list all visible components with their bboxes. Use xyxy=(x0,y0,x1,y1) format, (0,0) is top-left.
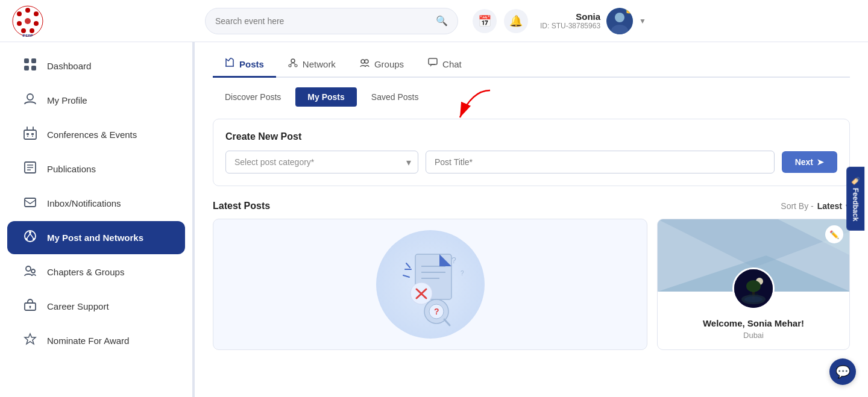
chat-tab-icon xyxy=(428,58,438,70)
feedback-tab[interactable]: 🏷️ Feedback xyxy=(846,166,864,230)
svg-text:?: ? xyxy=(461,270,464,277)
post-title-input[interactable] xyxy=(426,151,775,173)
nominate-icon xyxy=(22,333,39,349)
my-post-icon xyxy=(22,230,39,246)
sidebar-label-conferences: Conferences & Events xyxy=(47,130,137,140)
svg-point-6 xyxy=(21,28,26,33)
network-tab-icon xyxy=(288,58,298,70)
category-select[interactable]: Select post category* xyxy=(225,151,418,173)
svg-point-36 xyxy=(31,269,35,273)
svg-point-18 xyxy=(27,94,33,100)
sort-by[interactable]: Sort By - Latest ▾ xyxy=(781,201,850,211)
svg-text:IFERP: IFERP xyxy=(22,34,33,37)
tab-network-label: Network xyxy=(303,59,336,69)
svg-line-34 xyxy=(30,234,33,238)
tab-posts[interactable]: Posts xyxy=(213,52,276,78)
sidebar-label-my-profile: My Profile xyxy=(47,95,87,105)
notification-button[interactable]: 🔔 xyxy=(504,9,528,33)
svg-rect-48 xyxy=(429,58,437,64)
sidebar-item-publications[interactable]: Publications xyxy=(7,152,185,186)
svg-rect-16 xyxy=(24,66,29,70)
latest-posts-title: Latest Posts xyxy=(213,201,270,211)
sub-tab-my-posts[interactable]: My Posts xyxy=(295,87,356,107)
sidebar-item-my-post[interactable]: My Post and Networks xyxy=(7,221,185,254)
svg-text:?: ? xyxy=(434,307,439,316)
sub-tab-saved[interactable]: Saved Posts xyxy=(359,87,431,107)
svg-point-22 xyxy=(27,136,28,137)
chat-widget-icon: 💬 xyxy=(835,364,851,379)
career-icon xyxy=(22,298,39,314)
chat-widget[interactable]: 💬 xyxy=(829,358,856,385)
post-card-left: ? ? ? xyxy=(213,219,647,350)
profile-avatar-overlay xyxy=(732,267,775,310)
dashboard-icon xyxy=(22,58,39,74)
search-bar[interactable]: 🔍 xyxy=(205,8,458,34)
tab-chat[interactable]: Chat xyxy=(416,52,474,78)
sidebar-label-publications: Publications xyxy=(47,164,96,174)
svg-rect-14 xyxy=(24,58,29,63)
sidebar-item-my-profile[interactable]: My Profile xyxy=(7,84,185,117)
main-layout: Dashboard My Profile xyxy=(0,42,868,397)
svg-point-35 xyxy=(26,266,31,271)
svg-line-33 xyxy=(27,234,30,238)
sidebar-item-career[interactable]: Career Support xyxy=(7,290,185,323)
tab-groups-label: Groups xyxy=(374,59,404,69)
svg-point-31 xyxy=(25,238,28,240)
feedback-label: Feedback xyxy=(851,187,860,220)
sort-label: Sort By - xyxy=(781,201,813,211)
search-icon: 🔍 xyxy=(436,15,448,27)
content: Posts Network xyxy=(195,42,868,397)
sidebar: Dashboard My Profile xyxy=(0,42,193,397)
user-info[interactable]: Sonia ID: STU-38785963 👑 ▼ xyxy=(540,8,646,34)
create-post-fields: Select post category* ▾ Next ➤ xyxy=(225,151,837,173)
posts-tab-icon xyxy=(225,58,234,70)
main-tabs: Posts Network xyxy=(213,42,850,78)
svg-point-3 xyxy=(34,11,39,16)
sub-tab-discover-label: Discover Posts xyxy=(225,92,281,102)
sidebar-item-conferences[interactable]: Conferences & Events xyxy=(7,118,185,151)
tab-network[interactable]: Network xyxy=(276,52,348,78)
svg-point-46 xyxy=(361,60,365,63)
svg-line-44 xyxy=(291,63,293,64)
svg-point-47 xyxy=(365,60,368,63)
sidebar-item-inbox[interactable]: Inbox/Notifications xyxy=(7,187,185,220)
next-button[interactable]: Next ➤ xyxy=(782,151,837,173)
svg-point-32 xyxy=(33,238,35,240)
user-id: ID: STU-38785963 xyxy=(540,22,600,30)
svg-point-7 xyxy=(30,28,34,33)
create-post-section: Create New Post Select post category* ▾ … xyxy=(213,119,850,186)
profile-card-bg: ✏️ xyxy=(658,219,849,292)
tab-posts-label: Posts xyxy=(239,59,264,69)
sidebar-item-dashboard[interactable]: Dashboard xyxy=(7,49,185,83)
category-select-wrapper[interactable]: Select post category* ▾ xyxy=(225,151,418,173)
tab-groups[interactable]: Groups xyxy=(348,52,416,78)
sort-value: Latest xyxy=(817,201,842,211)
svg-point-30 xyxy=(29,231,31,234)
publications-icon xyxy=(22,161,39,177)
svg-rect-19 xyxy=(24,130,36,139)
svg-text:?: ? xyxy=(451,255,456,265)
content-inner: Posts Network xyxy=(195,42,868,397)
svg-rect-21 xyxy=(31,133,34,135)
location-text: Dubai xyxy=(667,331,840,340)
svg-point-12 xyxy=(615,13,624,22)
sub-tab-saved-label: Saved Posts xyxy=(371,92,419,102)
sidebar-item-chapters[interactable]: Chapters & Groups xyxy=(7,255,185,289)
sidebar-label-inbox: Inbox/Notifications xyxy=(47,198,121,208)
inbox-icon xyxy=(22,195,39,211)
svg-line-65 xyxy=(406,263,410,267)
svg-rect-17 xyxy=(31,66,36,70)
svg-marker-40 xyxy=(25,334,36,344)
svg-point-23 xyxy=(32,136,33,137)
sidebar-label-my-post: My Post and Networks xyxy=(47,233,143,243)
search-input[interactable] xyxy=(215,16,436,26)
logo-icon: IFERP connecting engineers...developing … xyxy=(12,5,43,37)
sidebar-item-nominate[interactable]: Nominate For Award xyxy=(7,324,185,357)
svg-point-4 xyxy=(34,21,39,26)
edit-button[interactable]: ✏️ xyxy=(825,225,843,243)
sub-tab-discover[interactable]: Discover Posts xyxy=(213,87,293,107)
svg-point-41 xyxy=(291,59,295,63)
calendar-button[interactable]: 📅 xyxy=(473,9,497,33)
svg-point-8 xyxy=(25,18,31,24)
welcome-text: Welcome, Sonia Mehar! xyxy=(667,318,840,328)
